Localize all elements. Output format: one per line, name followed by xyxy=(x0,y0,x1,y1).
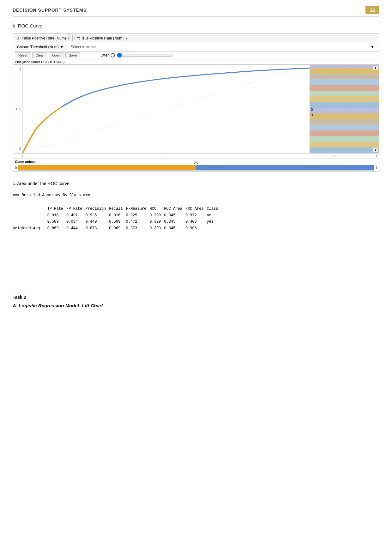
plot-area-label: Plot (Area under ROC = 0.8446) xyxy=(13,59,379,65)
y-axis-value-05: 0.5 xyxy=(16,107,21,111)
stats-cell-1-2: 0.084 xyxy=(66,219,85,225)
y-axis-value-1: 1 xyxy=(19,67,21,71)
page-header: DECISION SUPPORT SYSTEMS 22 xyxy=(13,6,379,17)
stats-cell-1-5: 0.472 xyxy=(126,219,150,225)
x-axis-dropdown-arrow[interactable]: ▼ xyxy=(67,37,70,40)
col-recall: Recall xyxy=(109,206,126,212)
stats-row-0: 0.9160.4910.9350.9160.9250.3990.8450.972… xyxy=(13,212,221,219)
open-button[interactable]: Open xyxy=(49,52,64,58)
stats-cell-1-8: 0.403 xyxy=(185,219,207,225)
stats-cell-2-2: 0.444 xyxy=(66,225,85,232)
stats-block: === Detailed Accuracy By Class === TP Ra… xyxy=(13,192,379,232)
class-colour-bar: 0.5 xyxy=(18,165,374,171)
class-colour-mid: 0.5 xyxy=(194,161,198,164)
stats-cell-0-0 xyxy=(13,212,47,219)
reset-button[interactable]: Reset xyxy=(15,52,31,58)
col-mcc: MCC xyxy=(149,206,164,212)
colour-dropdown-arrow[interactable]: ▼ xyxy=(60,45,64,49)
stats-cell-0-1: 0.916 xyxy=(47,212,66,219)
stats-cell-2-4: 0.869 xyxy=(109,225,126,232)
instance-dropdown-arrow[interactable]: ▼ xyxy=(371,45,374,49)
plot-top-bar: X: False Positive Rate (Num) ▼ Y: True P… xyxy=(13,34,379,43)
col-label xyxy=(13,206,47,212)
y-axis-dropdown-arrow[interactable]: ▼ xyxy=(125,37,128,40)
x-axis-value-0: 0 xyxy=(22,154,24,158)
select-instance-label: Select Instance xyxy=(71,45,97,49)
x-axis-label: X: False Positive Rate (Num) xyxy=(17,36,66,40)
page-number: 22 xyxy=(365,6,379,14)
stats-table: TP Rate FP Rate Precision Recall F-Measu… xyxy=(13,206,221,232)
save-button[interactable]: Save xyxy=(65,52,80,58)
stats-cell-2-3: 0.878 xyxy=(85,225,109,232)
stats-cell-1-9: yes xyxy=(207,219,221,225)
stats-cell-0-7: 0.845 xyxy=(164,212,185,219)
section-c: c. Area under the ROC curve === Detailed… xyxy=(13,181,379,232)
roc-plot-container: X: False Positive Rate (Num) ▼ Y: True P… xyxy=(13,33,379,172)
task-title: Task 2 xyxy=(13,295,379,300)
legend-scroll-down[interactable]: ▼ xyxy=(373,148,378,153)
plot-canvas[interactable] xyxy=(22,65,310,153)
stats-cell-1-0 xyxy=(13,219,47,225)
col-f-measure: F-Measure xyxy=(126,206,150,212)
instance-selector[interactable]: Select Instance ▼ xyxy=(68,44,377,50)
stats-cell-1-7: 0.845 xyxy=(164,219,185,225)
stats-cell-0-4: 0.916 xyxy=(109,212,126,219)
stats-row-1: 0.5090.0840.4400.5090.4720.3990.8450.403… xyxy=(13,219,221,225)
y-axis-value-0: 0 xyxy=(19,147,21,151)
x-axis-value-1: 1 xyxy=(375,154,377,158)
stats-cell-2-9 xyxy=(207,225,221,232)
stats-cell-2-0: Weighted Avg. xyxy=(13,225,47,232)
legend-scroll-up[interactable]: ▲ xyxy=(373,65,378,70)
stats-cell-2-1: 0.869 xyxy=(47,225,66,232)
col-tp-rate: TP Rate xyxy=(47,206,66,212)
x-axis-selector[interactable]: X: False Positive Rate (Num) ▼ xyxy=(15,35,73,41)
y-axis-labels: 1 0.5 0 xyxy=(13,65,22,153)
class-colour-end: 1 xyxy=(375,166,377,170)
stats-column-headers: TP Rate FP Rate Precision Recall F-Measu… xyxy=(13,206,221,212)
jitter-knob[interactable] xyxy=(111,53,115,57)
stats-cell-0-3: 0.935 xyxy=(85,212,109,219)
stats-cell-0-2: 0.491 xyxy=(66,212,85,219)
class-colour-start: 0 xyxy=(15,166,17,170)
x-axis-labels: 0 0.5 1 xyxy=(13,153,379,159)
y-axis-selector[interactable]: Y: True Positive Rate (Num) ▼ xyxy=(75,35,377,41)
class-colour-bar-container: 0 0.5 1 xyxy=(15,165,377,171)
roc-svg xyxy=(22,65,310,153)
class-colour-section: Class colour 0 0.5 1 xyxy=(13,159,379,171)
stats-cell-0-8: 0.972 xyxy=(185,212,207,219)
x-axis-value-05: 0.5 xyxy=(333,154,337,158)
col-precision: Precision xyxy=(85,206,109,212)
jitter-label: Jitter xyxy=(100,53,109,57)
plot-main: 1 0.5 0 xyxy=(13,65,379,153)
bottom-section: Task 2 A. Logistic Regression Model- Lif… xyxy=(13,295,379,308)
section-c-title: c. Area under the ROC curve xyxy=(13,181,379,186)
stats-cell-1-3: 0.440 xyxy=(85,219,109,225)
clear-button[interactable]: Clear xyxy=(32,52,47,58)
col-fp-rate: FP Rate xyxy=(66,206,85,212)
colour-label: Colour: Threshold (Num) xyxy=(17,45,59,49)
stats-cell-2-5: 0.873 xyxy=(126,225,150,232)
jitter-slider[interactable] xyxy=(117,53,174,58)
colour-selector[interactable]: Colour: Threshold (Num) ▼ xyxy=(15,44,66,50)
legend-image xyxy=(310,65,379,153)
stats-cell-2-6: 0.399 xyxy=(149,225,164,232)
task-subtitle: A. Logistic Regression Model- Lift Chart xyxy=(13,303,379,308)
col-prc-area: PRC Area xyxy=(185,206,207,212)
stats-header: === Detailed Accuracy By Class === xyxy=(13,192,379,198)
stats-row-2: Weighted Avg.0.8690.4440.8780.8690.8730.… xyxy=(13,225,221,232)
stats-cell-1-6: 0.399 xyxy=(149,219,164,225)
stats-cell-1-1: 0.509 xyxy=(47,219,66,225)
legend-x-label: X xyxy=(311,107,313,112)
page-title: DECISION SUPPORT SYSTEMS xyxy=(13,8,87,13)
stats-cell-0-9: no xyxy=(207,212,221,219)
stats-cell-2-7: 0.845 xyxy=(164,225,185,232)
legend-xy: X Y xyxy=(311,107,313,117)
stats-cell-0-6: 0.399 xyxy=(149,212,164,219)
y-axis-label: Y: True Positive Rate (Num) xyxy=(77,36,124,40)
stats-cell-2-8: 0.906 xyxy=(185,225,207,232)
plot-second-bar: Colour: Threshold (Num) ▼ Select Instanc… xyxy=(13,43,379,51)
col-roc-area: ROC Area xyxy=(164,206,185,212)
stats-cell-1-4: 0.509 xyxy=(109,219,126,225)
col-class: Class xyxy=(207,206,221,212)
legend-y-label: Y xyxy=(311,112,313,118)
